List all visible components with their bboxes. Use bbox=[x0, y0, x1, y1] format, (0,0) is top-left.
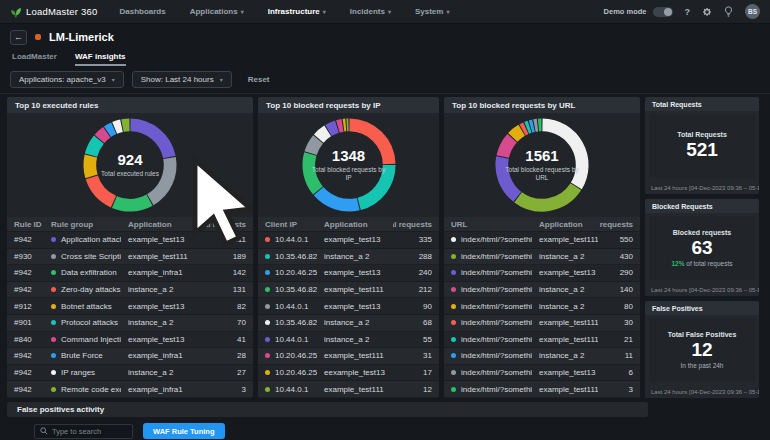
donut-segment[interactable] bbox=[523, 128, 526, 130]
donut-segment[interactable] bbox=[91, 140, 99, 155]
table-cell: 240 bbox=[393, 268, 439, 277]
table-cell: 3 bbox=[598, 385, 640, 394]
series-color-dot bbox=[51, 237, 56, 242]
table-row[interactable]: #942Remote code execution (RCE)example_i… bbox=[7, 381, 253, 398]
donut-segment[interactable] bbox=[527, 127, 530, 128]
table-cell: #942 bbox=[7, 351, 44, 360]
search-box[interactable] bbox=[34, 424, 133, 439]
table-row[interactable]: 10.20.46.255example_test11131 bbox=[258, 348, 439, 365]
table-cell: 55 bbox=[393, 335, 439, 344]
table-cell: index/html/?something003=… bbox=[444, 318, 532, 327]
table-row[interactable]: 10.20.46.255example_test13240 bbox=[258, 265, 439, 282]
donut-segment[interactable] bbox=[349, 125, 389, 164]
donut-segment[interactable] bbox=[328, 127, 336, 131]
panel-blocked-by-ip: Top 10 blocked requests by IP1348Total b… bbox=[258, 97, 439, 398]
tab-waf-insights[interactable]: WAF insights bbox=[75, 52, 126, 66]
donut-segment[interactable] bbox=[150, 158, 170, 200]
table-cell: example_test111 bbox=[121, 252, 201, 261]
demo-mode-toggle[interactable] bbox=[653, 7, 673, 17]
gear-icon[interactable] bbox=[702, 7, 712, 17]
donut-segment[interactable] bbox=[115, 126, 122, 128]
donut-segment[interactable] bbox=[92, 177, 114, 201]
series-color-dot bbox=[451, 320, 456, 325]
waf-rule-tuning-button[interactable]: WAF Rule Tuning bbox=[143, 423, 225, 439]
donut-segment[interactable] bbox=[308, 154, 317, 190]
donut-segment[interactable] bbox=[99, 132, 106, 139]
main-content: Top 10 executed rules924Total executed r… bbox=[0, 94, 770, 398]
table-cell: Protocol attacks bbox=[44, 318, 121, 327]
donut-segment[interactable] bbox=[318, 191, 358, 205]
table-cell: example_test111 bbox=[532, 335, 598, 344]
table-cell: 550 bbox=[598, 235, 640, 244]
donut-segment[interactable] bbox=[310, 139, 317, 153]
status-dot bbox=[35, 34, 41, 40]
donut-segment[interactable] bbox=[108, 128, 114, 131]
table-row[interactable]: 10.44.0.1example_test1390 bbox=[258, 298, 439, 315]
app-logo[interactable]: LoadMaster 360 bbox=[10, 5, 97, 18]
table-row[interactable]: index/html/?something003=…instance_a 211 bbox=[444, 348, 640, 365]
table-row[interactable]: #942Data exfiltrationexample_infra1142 bbox=[7, 265, 253, 282]
reset-filters-link[interactable]: Reset bbox=[248, 75, 270, 84]
table-row[interactable]: index/html/?something003=…example_test13… bbox=[444, 365, 640, 382]
donut-segment[interactable] bbox=[114, 200, 149, 205]
table-cell: 3 bbox=[201, 385, 253, 394]
donut-segment[interactable] bbox=[318, 131, 327, 139]
table-row[interactable]: 10.35.46.82instance_a 2288 bbox=[258, 249, 439, 266]
donut-segment[interactable] bbox=[122, 125, 129, 126]
table-row[interactable]: #930Cross site Scripting (XSS)example_te… bbox=[7, 249, 253, 266]
series-color-dot bbox=[51, 387, 56, 392]
table-cell: index/html/?something003=… bbox=[444, 252, 532, 261]
help-icon[interactable]: ? bbox=[685, 7, 691, 17]
donut-segment[interactable] bbox=[518, 187, 576, 206]
back-button[interactable]: ← bbox=[10, 30, 27, 45]
search-input[interactable] bbox=[52, 427, 127, 436]
donut-segment[interactable] bbox=[503, 138, 512, 156]
table-row[interactable]: index/html/?something003=…example_test13… bbox=[444, 265, 640, 282]
logo-text: LoadMaster 360 bbox=[26, 6, 97, 17]
donut-segment[interactable] bbox=[531, 126, 534, 127]
table-row[interactable]: 10.44.0.1instance_a 255 bbox=[258, 332, 439, 349]
timerange-filter-dropdown[interactable]: Show: Last 24 hours ▾ bbox=[132, 71, 232, 88]
table-row[interactable]: 10.35.46.82example_test111212 bbox=[258, 282, 439, 299]
table-row[interactable]: #942Brute Forceexample_infra128 bbox=[7, 348, 253, 365]
donut-segment[interactable] bbox=[337, 125, 342, 126]
table-row[interactable]: index/html/?something003=…example_test11… bbox=[444, 381, 640, 398]
table-row[interactable]: index/html/?something003=…example_test11… bbox=[444, 315, 640, 332]
user-avatar[interactable]: BS bbox=[745, 4, 760, 19]
nav-item-applications[interactable]: Applications▾ bbox=[190, 7, 244, 16]
table-row[interactable]: index/html/?something003=…instance_a 243… bbox=[444, 249, 640, 266]
nav-item-system[interactable]: System▾ bbox=[415, 7, 449, 16]
table-row[interactable]: #942IP rangesinstance_a 227 bbox=[7, 365, 253, 382]
table-row[interactable]: index/html/?something003=…instance_a 280 bbox=[444, 298, 640, 315]
table-row[interactable]: #912Botnet attacksexample_test1382 bbox=[7, 298, 253, 315]
table-row[interactable]: index/html/?something003=…example_test11… bbox=[444, 232, 640, 249]
table-cell: #942 bbox=[7, 235, 44, 244]
false-positives-toolbar: WAF Rule Tuning bbox=[34, 423, 770, 439]
applications-filter-dropdown[interactable]: Applications: apache_v3 ▾ bbox=[10, 71, 124, 88]
donut-segment[interactable] bbox=[513, 130, 522, 137]
table-row[interactable]: 10.44.0.1example_test11112 bbox=[258, 381, 439, 398]
donut-segment[interactable] bbox=[502, 157, 517, 196]
tab-loadmaster[interactable]: LoadMaster bbox=[12, 52, 57, 66]
nav-item-incidents[interactable]: Incidents▾ bbox=[350, 7, 391, 16]
card-metric-subtext: 12% of total requests bbox=[671, 260, 732, 267]
table-row[interactable]: index/html/?something003=…example_test11… bbox=[444, 332, 640, 349]
nav-item-dashboards[interactable]: Dashboards bbox=[119, 7, 165, 16]
table-row[interactable]: #901Protocol attacksinstance_a 270 bbox=[7, 315, 253, 332]
table-row[interactable]: #942Application attack SQLexample_test13… bbox=[7, 232, 253, 249]
donut-segment[interactable] bbox=[130, 125, 169, 157]
donut-segment[interactable] bbox=[90, 156, 92, 176]
table-cell: instance_a 2 bbox=[317, 318, 393, 327]
table-row[interactable]: index/html/?something003=…instance_a 214… bbox=[444, 282, 640, 299]
table-row[interactable]: #942Zero-day attacksinstance_a 2131 bbox=[7, 282, 253, 299]
table-row[interactable]: 10.44.0.1example_test13335 bbox=[258, 232, 439, 249]
table-row[interactable]: 10.35.46.82instance_a 268 bbox=[258, 315, 439, 332]
nav-item-infrastructure[interactable]: Infrastructure▾ bbox=[268, 7, 326, 16]
table-row[interactable]: #840Command Injectionexample_test1341 bbox=[7, 332, 253, 349]
series-color-dot bbox=[265, 237, 270, 242]
lightbulb-icon[interactable] bbox=[724, 6, 733, 17]
donut-segment[interactable] bbox=[542, 125, 582, 186]
donut-segment[interactable] bbox=[359, 165, 389, 204]
column-header: Total requests bbox=[393, 220, 439, 229]
table-row[interactable]: 10.20.46.255eexample_test1317 bbox=[258, 365, 439, 382]
